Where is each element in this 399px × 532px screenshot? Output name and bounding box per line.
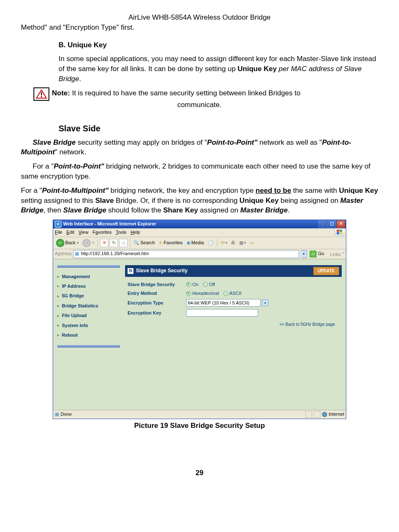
stop-button[interactable]: ✕ <box>100 239 108 247</box>
windows-flag-icon <box>335 228 344 236</box>
favorites-button[interactable]: ★Favorites <box>157 239 184 246</box>
home-button[interactable]: ⌂ <box>119 239 128 247</box>
page-number: 29 <box>17 468 382 478</box>
forward-button[interactable]: →▾ <box>81 238 95 248</box>
nav-5g-bridge[interactable]: ▸5G Bridge <box>57 291 120 301</box>
menu-view[interactable]: View <box>79 229 89 235</box>
nav-top-decor <box>57 265 120 268</box>
svg-rect-5 <box>337 232 339 234</box>
internet-zone-icon <box>322 412 327 417</box>
doc-header: AirLive WHB-5854A Wireless Outdoor Bridg… <box>17 13 382 23</box>
nav-management[interactable]: ▸Management <box>57 272 120 281</box>
print-button[interactable]: 🖶 <box>230 239 237 246</box>
history-button[interactable]: 🕑 <box>207 239 215 246</box>
zone-label: Internet <box>329 411 344 417</box>
nav-reboot[interactable]: ▸Reboot <box>57 330 120 340</box>
row-enc-key-label: Encryption Key <box>128 310 186 316</box>
panel-title: Slave Bridge Security <box>136 267 187 274</box>
address-input[interactable]: ▦ http://192.168.1.20/Frameset.htm <box>73 250 299 258</box>
page-icon: ▦ <box>75 251 79 257</box>
back-button[interactable]: ←Back▾ <box>55 238 80 248</box>
status-seg <box>314 411 320 418</box>
close-button[interactable]: ✕ <box>337 220 345 228</box>
para-1: Slave Bridge security setting may apply … <box>21 138 378 158</box>
status-text: Done <box>61 411 72 417</box>
svg-rect-6 <box>340 232 342 234</box>
status-bar: ▦ Done Internet <box>53 410 346 419</box>
svg-rect-4 <box>340 230 342 232</box>
maximize-button[interactable]: ▢ <box>327 220 336 228</box>
panel-badge-icon: N <box>128 268 133 274</box>
window-title: Web Interface - Microsoft Internet Explo… <box>63 221 156 227</box>
menu-tools[interactable]: Tools <box>116 229 127 235</box>
encryption-type-select[interactable]: 64-bit WEP (10 Hex / 5 ASCII) <box>186 299 261 307</box>
row-security-label: Slave Bridge Security <box>128 281 186 288</box>
toolbar: ←Back▾ →▾ ✕ ↻ ⌂ 🔍Search ★Favorites ◉Medi… <box>53 237 346 249</box>
main-panel: N Slave Bridge Security UPDATE Slave Bri… <box>123 259 346 410</box>
update-button[interactable]: UPDATE <box>313 267 339 275</box>
slave-side-heading: Slave Side <box>59 123 382 134</box>
mail-button[interactable]: ✉▾ <box>220 239 228 246</box>
status-seg <box>305 411 312 418</box>
menu-edit[interactable]: Edit <box>66 229 74 235</box>
go-button[interactable]: →Go <box>309 251 324 258</box>
address-dropdown[interactable]: ▾ <box>301 250 307 258</box>
nav-ip-address[interactable]: ▸IP Address <box>57 281 120 291</box>
media-button[interactable]: ◉Media <box>185 239 205 246</box>
refresh-button[interactable]: ↻ <box>110 239 118 247</box>
warning-icon <box>33 87 49 101</box>
menu-file[interactable]: File <box>55 229 62 235</box>
radio-off[interactable] <box>203 282 208 287</box>
menu-help[interactable]: Help <box>130 229 140 235</box>
section-b-heading: B. Unique Key <box>59 40 382 50</box>
radio-hex[interactable] <box>186 291 191 296</box>
nav-bridge-statistics[interactable]: ▸Bridge Statistics <box>57 301 120 311</box>
para-3: For a "Point-to-Multipoint" bridging net… <box>21 186 378 215</box>
menu-favorites[interactable]: Favorites <box>92 229 111 235</box>
row-enc-type-label: Encryption Type <box>128 300 186 306</box>
nav-sidebar: ▸Management ▸IP Address ▸5G Bridge ▸Brid… <box>53 259 123 410</box>
back-link[interactable]: << Back to 5GHz Bridge page <box>279 322 335 327</box>
radio-on[interactable] <box>186 282 191 287</box>
nav-file-upload[interactable]: ▸File Upload <box>57 311 120 320</box>
nav-bottom-decor <box>57 345 120 348</box>
ie-window: e Web Interface - Microsoft Internet Exp… <box>53 220 346 419</box>
ie-logo-icon: e <box>55 221 61 228</box>
row-entry-label: Entry Method <box>128 290 186 297</box>
section-b-para: In some special applications, you may ne… <box>59 54 378 84</box>
address-bar: Address ▦ http://192.168.1.20/Frameset.h… <box>53 249 346 259</box>
nav-system-info[interactable]: ▸System Info <box>57 321 120 330</box>
encryption-key-input[interactable] <box>186 309 258 317</box>
address-label: Address <box>55 251 72 257</box>
svg-rect-3 <box>337 230 339 232</box>
radio-ascii[interactable] <box>223 291 228 296</box>
para-2: For a "Point-to-Point" bridging network,… <box>21 161 378 182</box>
svg-point-2 <box>41 96 42 97</box>
menubar: File Edit View Favorites Tools Help <box>53 228 346 237</box>
discuss-button[interactable]: ▭ <box>248 239 255 246</box>
edit-button[interactable]: ▦▾ <box>238 239 247 246</box>
select-arrow-icon[interactable]: ▾ <box>262 299 269 306</box>
line-method: Method" and "Encryption Type" first. <box>21 23 382 33</box>
note-line2: communicate. <box>17 100 382 110</box>
titlebar: e Web Interface - Microsoft Internet Exp… <box>53 220 346 228</box>
page-done-icon: ▦ <box>55 411 59 417</box>
figure-caption: Picture 19 Slave Bridge Security Setup <box>17 421 382 431</box>
links-label[interactable]: Links » <box>330 250 344 258</box>
minimize-button[interactable]: _ <box>318 220 327 228</box>
search-button[interactable]: 🔍Search <box>132 239 156 246</box>
note-text: Note: It is required to have the same se… <box>52 88 366 98</box>
